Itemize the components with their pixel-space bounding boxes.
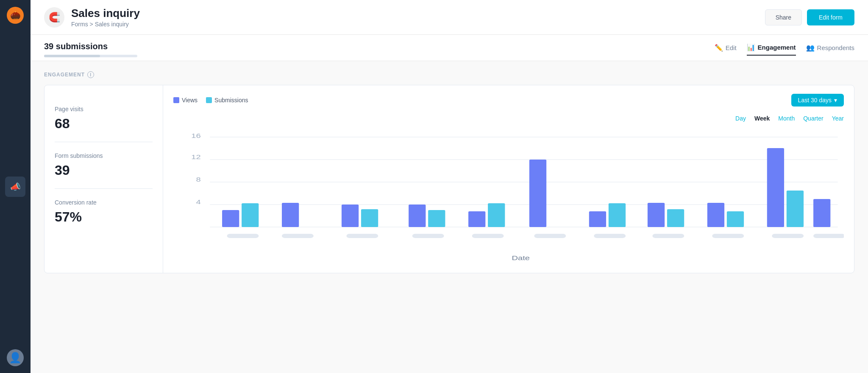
header-text: Sales inquiry Forms > Sales inquiry (71, 7, 765, 28)
header-actions: Share Edit form (765, 9, 854, 25)
edit-form-button[interactable]: Edit form (807, 9, 854, 25)
sub-header-nav: ✏️ Edit 📊 Engagement 👥 Respondents (715, 43, 854, 56)
page-title: Sales inquiry (71, 7, 765, 20)
svg-rect-13 (282, 234, 314, 238)
svg-rect-20 (468, 211, 485, 227)
svg-rect-17 (409, 205, 426, 227)
chart-icon: 📊 (747, 43, 755, 51)
stats-panel: Page visits 68 Form submissions 39 Conve… (45, 85, 163, 273)
svg-rect-34 (767, 148, 784, 227)
time-btn-quarter[interactable]: Quarter (803, 113, 823, 123)
section-label-engagement: ENGAGEMENT i (44, 71, 854, 78)
stat-value-submissions: 39 (55, 163, 153, 178)
svg-text:Date: Date (512, 255, 530, 261)
breadcrumb-current: Sales inquiry (95, 21, 129, 28)
date-range-button[interactable]: Last 30 days ▾ (791, 94, 844, 107)
people-icon: 👥 (806, 44, 815, 52)
time-btn-week[interactable]: Week (754, 113, 770, 123)
sidebar-item-announcements[interactable]: 📣 (5, 177, 25, 197)
stat-label-visits: Page visits (55, 106, 153, 112)
tab-respondents[interactable]: 👥 Respondents (806, 44, 854, 55)
svg-rect-21 (488, 203, 505, 227)
submissions-count: 39 submissions (44, 42, 715, 57)
content-area: ENGAGEMENT i Page visits 68 Form submiss… (31, 61, 868, 373)
engagement-grid: Page visits 68 Form submissions 39 Conve… (44, 85, 854, 273)
stat-label-submissions: Form submissions (55, 152, 153, 159)
chart-panel: Views Submissions Last 30 days ▾ Day (163, 85, 854, 273)
svg-rect-37 (813, 199, 830, 227)
user-avatar[interactable]: 👤 (7, 349, 24, 366)
svg-rect-19 (412, 234, 444, 238)
svg-rect-14 (342, 205, 359, 227)
legend-submissions: Submissions (206, 97, 248, 104)
svg-rect-16 (346, 234, 378, 238)
app-logo[interactable]: 🌰 (7, 7, 24, 24)
chart-header: Views Submissions Last 30 days ▾ (173, 94, 844, 107)
svg-rect-22 (472, 234, 504, 238)
svg-rect-11 (227, 234, 259, 238)
stat-conversion-rate: Conversion rate 57% (55, 189, 153, 235)
time-nav: Day Week Month Quarter Year (173, 113, 844, 123)
legend-views-dot (173, 97, 179, 103)
svg-rect-10 (242, 203, 259, 227)
main-content: 🧲 Sales inquiry Forms > Sales inquiry Sh… (31, 0, 868, 373)
svg-text:16: 16 (191, 132, 200, 139)
svg-rect-12 (282, 203, 299, 227)
page-header: 🧲 Sales inquiry Forms > Sales inquiry Sh… (31, 0, 868, 35)
svg-text:12: 12 (191, 154, 200, 160)
svg-rect-15 (361, 209, 378, 227)
svg-rect-33 (712, 234, 744, 238)
svg-rect-32 (727, 211, 744, 227)
stat-label-conversion: Conversion rate (55, 199, 153, 206)
svg-rect-35 (787, 191, 804, 227)
svg-rect-28 (648, 203, 665, 227)
sub-header: 39 submissions ✏️ Edit 📊 Engagement 👥 Re… (31, 35, 868, 61)
tab-edit[interactable]: ✏️ Edit (715, 44, 737, 55)
tab-engagement[interactable]: 📊 Engagement (747, 43, 796, 56)
chevron-down-icon: ▾ (834, 97, 837, 104)
stat-value-conversion: 57% (55, 209, 153, 225)
breadcrumb-forms-link[interactable]: Forms (71, 21, 88, 28)
breadcrumb: Forms > Sales inquiry (71, 21, 765, 28)
share-button[interactable]: Share (765, 9, 802, 25)
svg-text:4: 4 (196, 199, 201, 205)
svg-rect-36 (772, 234, 804, 238)
edit-icon: ✏️ (715, 44, 723, 52)
legend-submissions-dot (206, 97, 212, 103)
svg-rect-27 (594, 234, 626, 238)
svg-rect-9 (222, 210, 239, 227)
stat-value-visits: 68 (55, 116, 153, 132)
svg-text:8: 8 (196, 176, 201, 183)
svg-rect-18 (428, 210, 445, 227)
sidebar: 🌰 📣 👤 (0, 0, 31, 373)
stat-page-visits: Page visits 68 (55, 95, 153, 142)
svg-rect-30 (652, 234, 684, 238)
svg-rect-38 (813, 234, 844, 238)
announcements-icon: 📣 (10, 182, 21, 192)
svg-rect-25 (589, 211, 606, 227)
time-btn-year[interactable]: Year (832, 113, 844, 123)
svg-rect-29 (667, 209, 684, 227)
legend-views: Views (173, 97, 198, 104)
svg-rect-31 (707, 203, 724, 227)
svg-rect-24 (534, 234, 566, 238)
svg-rect-26 (609, 203, 626, 227)
svg-rect-23 (529, 160, 546, 227)
chart-legend: Views Submissions (173, 97, 248, 104)
chart-area: 4 8 12 16 (173, 129, 844, 264)
time-btn-day[interactable]: Day (735, 113, 746, 123)
time-btn-month[interactable]: Month (778, 113, 795, 123)
form-icon: 🧲 (44, 7, 64, 28)
engagement-chart: 4 8 12 16 (173, 129, 844, 264)
stat-form-submissions: Form submissions 39 (55, 142, 153, 189)
info-icon[interactable]: i (87, 71, 94, 78)
